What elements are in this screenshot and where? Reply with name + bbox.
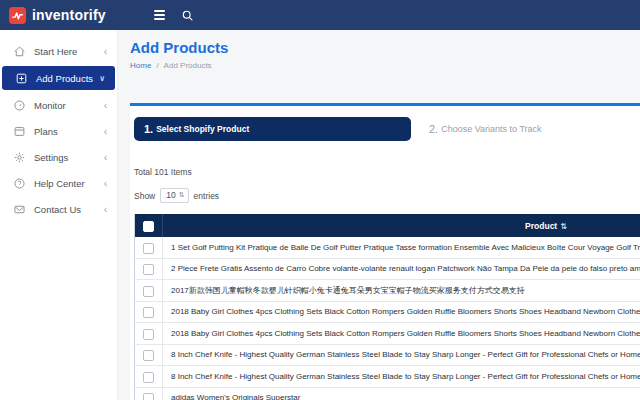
row-checkbox-cell [135,258,163,280]
search-icon[interactable] [181,9,194,22]
plus-icon [15,72,28,85]
product-column-header[interactable]: Product⇅ [163,214,640,237]
row-checkbox[interactable] [143,393,154,400]
main-content: Add Products Home / Add Products 1. Sele… [118,30,640,400]
sidebar-item-plans[interactable]: Plans‹ [0,118,117,144]
sidebar-item-label: Plans [34,126,104,137]
step2-number: 2. [429,123,438,135]
table-row[interactable]: 2 Piece Frete Grátis Assento de Carro Co… [135,258,640,280]
row-checkbox-cell [135,301,163,323]
top-bar: inventorify [0,0,640,30]
sidebar-item-add-products[interactable]: Add Products∨ [2,66,115,90]
chevron-left-icon: ‹ [104,126,107,137]
step1-label: Select Shopify Product [156,124,249,134]
row-checkbox[interactable] [143,286,154,297]
entries-label: entries [194,191,220,201]
sidebar-item-label: Start Here [34,46,104,57]
pulse-chart-icon [11,9,24,22]
page-length-value: 10 [166,190,175,200]
row-checkbox[interactable] [143,350,154,361]
sidebar-item-help-center[interactable]: Help Center‹ [0,170,117,196]
mail-icon [13,203,26,216]
breadcrumb-current: Add Products [164,61,212,70]
step-select-product-button[interactable]: 1. Select Shopify Product [134,117,411,141]
table-row[interactable]: 1 Set Golf Putting Kit Pratique de Balle… [135,237,640,258]
select-all-checkbox[interactable] [143,221,154,232]
brand-logo[interactable] [9,7,26,24]
steps-row: 1. Select Shopify Product 2. Choose Vari… [134,117,640,141]
help-icon [13,177,26,190]
chevron-left-icon: ‹ [104,152,107,163]
table-header-row: Product⇅ [135,214,640,237]
row-checkbox[interactable] [143,243,154,254]
product-cell: 2018 Baby Girl Clothes 4pcs Clothing Set… [163,301,640,323]
show-label: Show [134,191,155,201]
breadcrumb: Home / Add Products [130,61,212,70]
page-length-row: Show 10 ⇅ entries [134,188,640,203]
select-arrows-icon: ⇅ [179,191,185,199]
page-title: Add Products [130,39,228,56]
step2-label: Choose Variants to Track [441,124,541,134]
table-row[interactable]: 2018 Baby Girl Clothes 4pcs Clothing Set… [135,301,640,323]
product-cell: 1 Set Golf Putting Kit Pratique de Balle… [163,237,640,258]
table-row[interactable]: adidas Women's Originals Superstar [135,387,640,400]
row-checkbox[interactable] [143,264,154,275]
chevron-left-icon: ‹ [104,100,107,111]
row-checkbox-cell [135,323,163,345]
home-icon [13,45,26,58]
chevron-left-icon: ‹ [104,178,107,189]
sidebar-item-label: Settings [34,152,104,163]
products-table: Product⇅ 1 Set Golf Putting Kit Pratique… [134,214,640,400]
table-row[interactable]: 2017新款韩国儿童帽秋冬款婴儿针织帽小兔卡通兔耳朵男女宝宝帽子物流买家服务支付… [135,280,640,302]
row-checkbox-cell [135,280,163,302]
sort-icon: ⇅ [560,222,567,231]
product-cell: 8 Inch Chef Knife - Highest Quality Germ… [163,366,640,388]
total-items-label: Total 101 Items [134,167,640,177]
chevron-left-icon: ‹ [104,46,107,57]
sidebar: Start Here‹Add Products∨Monitor‹Plans‹Se… [0,30,118,400]
product-cell: 2 Piece Frete Grátis Assento de Carro Co… [163,258,640,280]
row-checkbox-cell [135,366,163,388]
select-all-header [135,214,163,237]
page-length-select[interactable]: 10 ⇅ [160,188,188,203]
sidebar-item-label: Monitor [34,100,104,111]
sidebar-item-settings[interactable]: Settings‹ [0,144,117,170]
table-row[interactable]: 8 Inch Chef Knife - Highest Quality Germ… [135,366,640,388]
row-checkbox-cell [135,344,163,366]
row-checkbox[interactable] [143,372,154,383]
sidebar-item-label: Add Products [36,73,99,84]
app-window: inventorify Start Here‹Add Products∨Moni… [0,0,640,400]
row-checkbox-cell [135,387,163,400]
chevron-left-icon: ‹ [104,204,107,215]
product-cell: adidas Women's Originals Superstar [163,387,640,400]
row-checkbox[interactable] [143,307,154,318]
hamburger-icon[interactable] [154,10,165,20]
card-icon [13,125,26,138]
gear-icon [13,151,26,164]
chevron-down-icon: ∨ [99,74,105,83]
table-row[interactable]: 8 Inch Chef Knife - Highest Quality Germ… [135,344,640,366]
sidebar-item-contact-us[interactable]: Contact Us‹ [0,196,117,222]
sidebar-item-label: Help Center [34,178,104,189]
row-checkbox-cell [135,237,163,258]
sidebar-item-start-here[interactable]: Start Here‹ [0,38,117,64]
gauge-icon [13,99,26,112]
step-choose-variants[interactable]: 2. Choose Variants to Track [429,123,542,135]
step1-number: 1. [144,123,153,135]
breadcrumb-home-link[interactable]: Home [130,61,151,70]
product-cell: 2017新款韩国儿童帽秋冬款婴儿针织帽小兔卡通兔耳朵男女宝宝帽子物流买家服务支付… [163,280,640,302]
sidebar-item-label: Contact Us [34,204,104,215]
sidebar-item-monitor[interactable]: Monitor‹ [0,92,117,118]
content-card: 1. Select Shopify Product 2. Choose Vari… [130,103,640,400]
breadcrumb-separator: / [157,61,159,70]
row-checkbox[interactable] [143,329,154,340]
table-row[interactable]: 2018 Baby Girl Clothes 4pcs Clothing Set… [135,323,640,345]
product-header-label: Product [525,221,557,231]
product-cell: 8 Inch Chef Knife - Highest Quality Germ… [163,344,640,366]
brand-name[interactable]: inventorify [32,7,106,23]
product-cell: 2018 Baby Girl Clothes 4pcs Clothing Set… [163,323,640,345]
